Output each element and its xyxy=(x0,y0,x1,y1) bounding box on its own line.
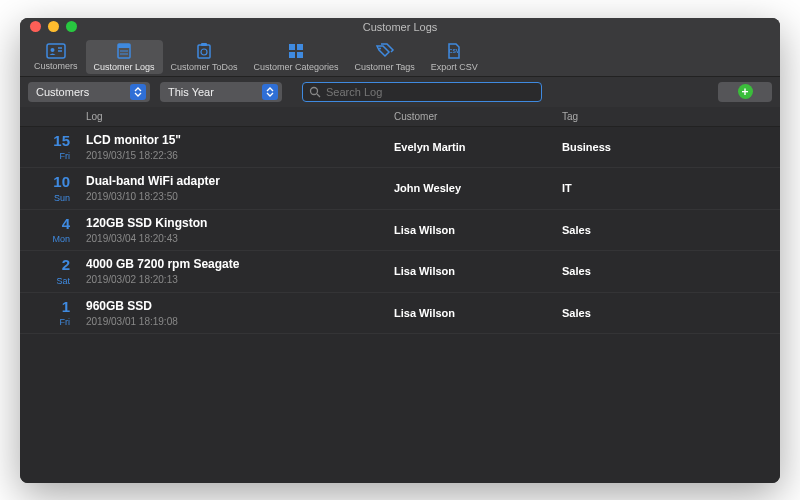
log-timestamp: 2019/03/01 18:19:08 xyxy=(86,316,378,327)
log-title: LCD monitor 15" xyxy=(86,133,378,147)
day-name: Sat xyxy=(56,276,70,286)
log-title: Dual-band WiFi adapter xyxy=(86,174,378,188)
column-header-date[interactable] xyxy=(20,107,78,126)
table-row[interactable]: 10SunDual-band WiFi adapter2019/03/10 18… xyxy=(20,168,780,210)
tag-name: IT xyxy=(562,182,696,194)
tag-name: Sales xyxy=(562,265,696,277)
table-row[interactable]: 15FriLCD monitor 15"2019/03/15 18:22:36E… xyxy=(20,127,780,169)
column-header-tag[interactable]: Tag xyxy=(554,107,704,126)
add-button[interactable]: + xyxy=(718,82,772,102)
search-input[interactable] xyxy=(326,86,535,98)
day-name: Sun xyxy=(54,193,70,203)
id-card-icon xyxy=(46,43,66,59)
toolbar-item-export-csv[interactable]: CSV Export CSV xyxy=(423,40,486,74)
toolbar-item-customer-todos[interactable]: Customer ToDos xyxy=(163,40,246,74)
log-title: 960GB SSD xyxy=(86,299,378,313)
toolbar-item-customer-logs[interactable]: Customer Logs xyxy=(86,40,163,74)
log-title: 4000 GB 7200 rpm Seagate xyxy=(86,257,378,271)
day-name: Mon xyxy=(52,234,70,244)
filter-select-period[interactable]: This Year xyxy=(160,82,282,102)
toolbar-item-label: Customer Logs xyxy=(94,62,155,72)
table-row[interactable]: 1Fri960GB SSD2019/03/01 18:19:08Lisa Wil… xyxy=(20,293,780,335)
app-window: Customer Logs Customers Customer Logs Cu… xyxy=(20,18,780,483)
notebook-icon xyxy=(115,42,133,60)
day-name: Fri xyxy=(60,151,71,161)
toolbar-item-label: Export CSV xyxy=(431,62,478,72)
tag-name: Sales xyxy=(562,307,696,319)
toolbar-item-label: Customer Tags xyxy=(354,62,414,72)
toolbar-item-customers[interactable]: Customers xyxy=(26,40,86,74)
select-value: Customers xyxy=(36,86,89,98)
log-timestamp: 2019/03/02 18:20:13 xyxy=(86,274,378,285)
svg-rect-0 xyxy=(47,44,65,58)
window-title: Customer Logs xyxy=(20,21,780,33)
toolbar-item-label: Customer ToDos xyxy=(171,62,238,72)
table-row[interactable]: 2Sat4000 GB 7200 rpm Seagate2019/03/02 1… xyxy=(20,251,780,293)
day-number: 4 xyxy=(62,216,70,233)
log-title: 120GB SSD Kingston xyxy=(86,216,378,230)
tag-name: Business xyxy=(562,141,696,153)
svg-point-1 xyxy=(50,48,54,52)
log-table: 15FriLCD monitor 15"2019/03/15 18:22:36E… xyxy=(20,127,780,483)
grid-icon xyxy=(287,42,305,60)
tags-icon xyxy=(375,42,395,60)
svg-rect-14 xyxy=(297,52,303,58)
customer-name: John Wesley xyxy=(394,182,546,194)
tag-name: Sales xyxy=(562,224,696,236)
svg-rect-13 xyxy=(289,52,295,58)
column-headers: Log Customer Tag xyxy=(20,107,780,127)
svg-rect-12 xyxy=(297,44,303,50)
column-header-customer[interactable]: Customer xyxy=(386,107,554,126)
table-row[interactable]: 4Mon120GB SSD Kingston2019/03/04 18:20:4… xyxy=(20,210,780,252)
customer-name: Lisa Wilson xyxy=(394,224,546,236)
filter-select-scope[interactable]: Customers xyxy=(28,82,150,102)
toolbar-item-customer-tags[interactable]: Customer Tags xyxy=(346,40,422,74)
svg-line-18 xyxy=(317,94,320,97)
customer-name: Evelyn Martin xyxy=(394,141,546,153)
chevron-updown-icon xyxy=(130,84,146,100)
log-timestamp: 2019/03/10 18:23:50 xyxy=(86,191,378,202)
customer-name: Lisa Wilson xyxy=(394,265,546,277)
svg-rect-11 xyxy=(289,44,295,50)
clipboard-icon xyxy=(195,42,213,60)
day-number: 10 xyxy=(53,174,70,191)
svg-rect-5 xyxy=(118,44,130,48)
svg-text:CSV: CSV xyxy=(449,48,460,54)
svg-point-15 xyxy=(379,47,381,49)
filter-bar: Customers This Year + xyxy=(20,77,780,107)
column-header-log[interactable]: Log xyxy=(78,107,386,126)
plus-icon: + xyxy=(738,84,753,99)
search-icon xyxy=(309,86,321,98)
svg-rect-9 xyxy=(201,43,207,46)
log-timestamp: 2019/03/04 18:20:43 xyxy=(86,233,378,244)
chevron-updown-icon xyxy=(262,84,278,100)
svg-point-10 xyxy=(201,49,207,55)
day-name: Fri xyxy=(60,317,71,327)
customer-name: Lisa Wilson xyxy=(394,307,546,319)
day-number: 1 xyxy=(62,299,70,316)
day-number: 15 xyxy=(53,133,70,150)
toolbar-item-label: Customer Categories xyxy=(253,62,338,72)
day-number: 2 xyxy=(62,257,70,274)
svg-point-17 xyxy=(311,87,318,94)
svg-rect-8 xyxy=(198,45,210,58)
search-field[interactable] xyxy=(302,82,542,102)
log-timestamp: 2019/03/15 18:22:36 xyxy=(86,150,378,161)
toolbar-item-label: Customers xyxy=(34,61,78,71)
export-csv-icon: CSV xyxy=(445,42,463,60)
toolbar: Customers Customer Logs Customer ToDos C… xyxy=(20,36,780,77)
toolbar-item-customer-categories[interactable]: Customer Categories xyxy=(245,40,346,74)
titlebar: Customer Logs xyxy=(20,18,780,36)
select-value: This Year xyxy=(168,86,214,98)
